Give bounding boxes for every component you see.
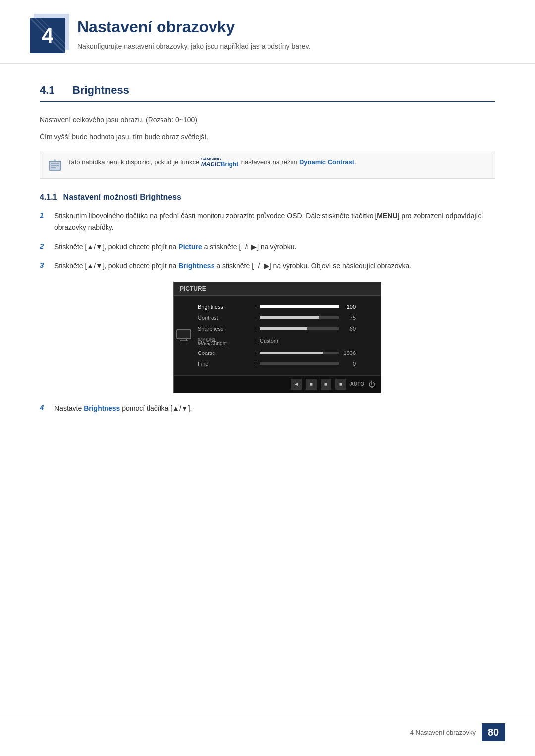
subsection-4-1-1-header: 4.1.1 Nastavení možnosti Brightness <box>40 193 495 202</box>
svg-rect-9 <box>177 330 191 339</box>
osd-number-coarse: 1936 <box>341 350 356 356</box>
osd-menu-items: Brightness : 100 Contrast : <box>194 300 381 371</box>
osd-menu-area: Brightness : 100 Contrast : <box>174 296 381 375</box>
step-text-3: Stiskněte [▲/▼], pokud chcete přejít na … <box>54 260 411 272</box>
osd-ctrl-prev: ◄ <box>291 379 302 390</box>
osd-auto-label: AUTO <box>350 381 364 387</box>
step-2: 2 Stiskněte [▲/▼], pokud chcete přejít n… <box>40 241 495 252</box>
step-text-2: Stiskněte [▲/▼], pokud chcete přejít na … <box>54 241 296 252</box>
osd-bar-contrast <box>260 316 339 319</box>
osd-controls: ◄ ■ ■ ■ AUTO ⏻ <box>174 375 381 393</box>
subsection-title: Nastavení možnosti Brightness <box>63 193 181 202</box>
chapter-subtitle: Nakonfigurujte nastavení obrazovky, jako… <box>77 42 310 50</box>
page-footer: 4 Nastavení obrazovky 80 <box>0 716 535 741</box>
osd-label-magic-bright: SAMSUNG MAGICBright <box>198 336 252 346</box>
chapter-header: 4 Nastavení obrazovky Nakonfigurujte nas… <box>0 0 535 64</box>
osd-screen: PICTURE Brightness <box>173 282 381 393</box>
magic-bright-osd: SAMSUNG MAGICBright <box>198 338 227 346</box>
chapter-number-box: 4 <box>30 18 65 53</box>
osd-ctrl-enter: ■ <box>335 379 346 390</box>
osd-number-contrast: 75 <box>341 315 356 321</box>
chapter-deco-lines <box>30 18 69 57</box>
osd-bar-fill-sharpness <box>260 327 307 330</box>
chapter-title: Nastavení obrazovky <box>77 18 310 36</box>
magic-bright-label: MAGICBright <box>201 161 238 167</box>
section-desc-2: Čím vyšší bude hodnota jasu, tím bude ob… <box>40 131 495 143</box>
osd-bar-fill-brightness <box>260 305 339 308</box>
magic-bright-badge: SAMSUNG MAGICBright <box>201 157 238 167</box>
osd-bar-fill-contrast <box>260 316 319 319</box>
note-text-before: Tato nabídka není k dispozici, pokud je … <box>68 158 199 166</box>
footer-page-number: 80 <box>488 727 499 738</box>
note-icon <box>48 158 62 172</box>
osd-value-sharpness: 60 <box>260 326 377 332</box>
main-content: 4.1 Brightness Nastavení celkového jasu … <box>0 69 535 462</box>
svg-point-8 <box>54 159 56 161</box>
footer-page-box: 80 <box>482 723 505 741</box>
osd-label-coarse: Coarse <box>198 350 252 356</box>
section-title: Brightness <box>72 84 129 97</box>
osd-label-fine: Fine <box>198 361 252 367</box>
step-3: 3 Stiskněte [▲/▼], pokud chcete přejít n… <box>40 260 495 272</box>
osd-number-brightness: 100 <box>341 304 356 310</box>
footer-section-label: 4 Nastavení obrazovky <box>410 729 476 736</box>
osd-bar-sharpness <box>260 327 339 330</box>
osd-label-brightness: Brightness <box>198 304 252 310</box>
step-text-4: Nastavte Brightness pomocí tlačítka [▲/▼… <box>54 403 192 414</box>
step-number-1: 1 <box>40 211 54 219</box>
osd-value-brightness: 100 <box>260 304 377 310</box>
monitor-icon <box>176 329 191 341</box>
osd-number-sharpness: 60 <box>341 326 356 332</box>
steps-list: 1 Stisknutím libovolného tlačítka na pře… <box>40 210 495 272</box>
chapter-title-block: Nastavení obrazovky Nakonfigurujte nasta… <box>77 18 310 50</box>
osd-bar-fill-coarse <box>260 352 323 354</box>
osd-row-coarse: Coarse : 1936 <box>198 348 377 358</box>
section-number: 4.1 <box>40 84 64 97</box>
note-dynamic-contrast: Dynamic Contrast <box>299 158 354 166</box>
osd-ctrl-minus: ■ <box>306 379 317 390</box>
osd-number-fine: 0 <box>341 361 356 367</box>
osd-row-fine: Fine : 0 <box>198 358 377 369</box>
osd-bar-fine <box>260 362 339 365</box>
osd-value-magic-bright: Custom <box>260 338 377 344</box>
osd-row-magic-bright: SAMSUNG MAGICBright : Custom <box>198 334 377 348</box>
step-4: 4 Nastavte Brightness pomocí tlačítka [▲… <box>40 403 495 414</box>
note-text-middle: nastavena na režim <box>241 158 297 166</box>
step-number-2: 2 <box>40 242 54 250</box>
note-dot: . <box>354 158 356 166</box>
svg-line-0 <box>30 18 69 57</box>
osd-value-fine: 0 <box>260 361 377 367</box>
svg-line-1 <box>35 18 69 52</box>
osd-row-brightness: Brightness : 100 <box>198 302 377 312</box>
osd-label-contrast: Contrast <box>198 315 252 321</box>
osd-ctrl-plus: ■ <box>321 379 331 390</box>
osd-label-sharpness: Sharpness <box>198 326 252 332</box>
osd-power-btn: ⏻ <box>368 380 375 388</box>
osd-container: PICTURE Brightness <box>59 282 495 393</box>
note-text: Tato nabídka není k dispozici, pokud je … <box>68 157 356 168</box>
step-number-4: 4 <box>40 403 54 412</box>
step-text-1: Stisknutím libovolného tlačítka na předn… <box>54 210 495 233</box>
osd-value-coarse: 1936 <box>260 350 377 356</box>
step-1: 1 Stisknutím libovolného tlačítka na pře… <box>40 210 495 233</box>
osd-text-magic-bright: Custom <box>260 338 278 344</box>
osd-value-contrast: 75 <box>260 315 377 321</box>
osd-row-sharpness: Sharpness : 60 <box>198 323 377 334</box>
osd-row-contrast: Contrast : 75 <box>198 312 377 323</box>
subsection-number: 4.1.1 <box>40 193 57 202</box>
osd-bar-coarse <box>260 352 339 354</box>
step-number-3: 3 <box>40 261 54 269</box>
section-desc-1: Nastavení celkového jasu obrazu. (Rozsah… <box>40 114 495 126</box>
note-box: Tato nabídka není k dispozici, pokud je … <box>40 151 495 179</box>
steps-list-2: 4 Nastavte Brightness pomocí tlačítka [▲… <box>40 403 495 414</box>
osd-left-indicator <box>174 300 194 371</box>
osd-bar-brightness <box>260 305 339 308</box>
section-4-1-header: 4.1 Brightness <box>40 84 495 102</box>
osd-title-bar: PICTURE <box>174 282 381 296</box>
